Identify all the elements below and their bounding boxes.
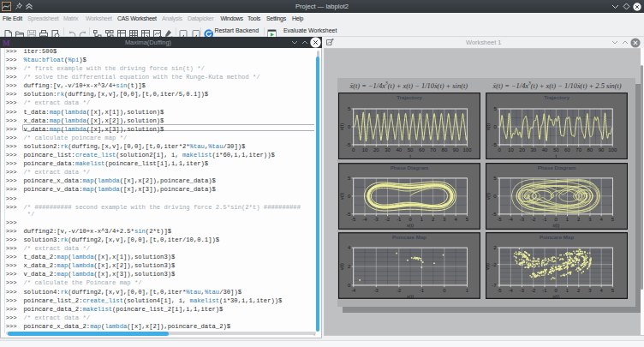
svg-text:100: 100 bbox=[462, 147, 472, 153]
svg-text:-3: -3 bbox=[374, 217, 379, 222]
svg-text:-2: -2 bbox=[397, 288, 402, 293]
svg-text:40: 40 bbox=[396, 147, 402, 153]
svg-text:20: 20 bbox=[373, 147, 379, 153]
svg-text:Trajectory: Trajectory bbox=[544, 93, 569, 99]
svg-text:30: 30 bbox=[385, 147, 391, 153]
svg-text:Poincare Map: Poincare Map bbox=[392, 234, 426, 240]
svg-text:v(t): v(t) bbox=[486, 193, 491, 200]
svg-text:-1: -1 bbox=[542, 217, 547, 222]
svg-text:-5: -5 bbox=[497, 288, 502, 293]
svg-text:-4: -4 bbox=[351, 288, 356, 293]
svg-text:50: 50 bbox=[408, 147, 414, 153]
svg-text:-4: -4 bbox=[362, 217, 367, 222]
svg-text:-2: -2 bbox=[531, 288, 536, 293]
svg-text:Trajectory: Trajectory bbox=[397, 93, 422, 99]
svg-text:-5: -5 bbox=[497, 217, 502, 222]
svg-text:x(t): x(t) bbox=[407, 223, 414, 228]
svg-text:-1: -1 bbox=[542, 288, 547, 293]
svg-text:-1: -1 bbox=[420, 288, 425, 293]
svg-text:70: 70 bbox=[430, 147, 436, 153]
svg-text:-2: -2 bbox=[492, 262, 497, 267]
svg-text:Poincare Map: Poincare Map bbox=[540, 234, 575, 240]
svg-text:-5: -5 bbox=[492, 212, 497, 217]
svg-text:-2: -2 bbox=[531, 217, 536, 222]
svg-text:-5: -5 bbox=[351, 217, 356, 222]
svg-text:-4: -4 bbox=[509, 288, 514, 293]
svg-text:v(t): v(t) bbox=[486, 263, 491, 270]
svg-text:80: 80 bbox=[442, 147, 448, 153]
svg-text:10: 10 bbox=[508, 147, 514, 153]
svg-text:70: 70 bbox=[575, 147, 581, 153]
svg-text:20: 20 bbox=[519, 147, 525, 153]
svg-text:-2: -2 bbox=[385, 217, 391, 222]
svg-text:-7: -7 bbox=[492, 283, 497, 288]
svg-text:-5: -5 bbox=[492, 142, 498, 147]
svg-text:40: 40 bbox=[542, 147, 548, 153]
svg-text:x(t): x(t) bbox=[552, 294, 559, 299]
svg-text:30: 30 bbox=[531, 147, 537, 153]
svg-text:-3: -3 bbox=[374, 288, 379, 293]
svg-text:x(t): x(t) bbox=[552, 223, 559, 228]
svg-text:Phase Diagram: Phase Diagram bbox=[538, 165, 576, 171]
svg-text:-4: -4 bbox=[509, 217, 514, 222]
svg-text:90: 90 bbox=[453, 147, 459, 153]
svg-text:x(t): x(t) bbox=[486, 123, 491, 129]
svg-text:-1: -1 bbox=[397, 217, 402, 222]
svg-text:-5: -5 bbox=[346, 212, 351, 217]
svg-text:90: 90 bbox=[599, 147, 605, 153]
svg-text:50: 50 bbox=[553, 147, 559, 153]
svg-text:Phase Diagram: Phase Diagram bbox=[391, 165, 429, 171]
svg-text:100: 100 bbox=[608, 147, 617, 153]
svg-text:60: 60 bbox=[564, 147, 570, 153]
svg-text:v(t): v(t) bbox=[339, 193, 344, 200]
svg-text:80: 80 bbox=[587, 147, 593, 153]
svg-text:-3: -3 bbox=[520, 288, 525, 293]
svg-text:x(t): x(t) bbox=[407, 294, 414, 299]
svg-text:-3: -3 bbox=[520, 217, 525, 222]
svg-text:10: 10 bbox=[362, 147, 368, 153]
svg-text:v(t): v(t) bbox=[339, 263, 344, 270]
svg-text:-5: -5 bbox=[346, 142, 351, 147]
svg-text:60: 60 bbox=[419, 147, 425, 153]
svg-text:x(t): x(t) bbox=[339, 123, 344, 129]
